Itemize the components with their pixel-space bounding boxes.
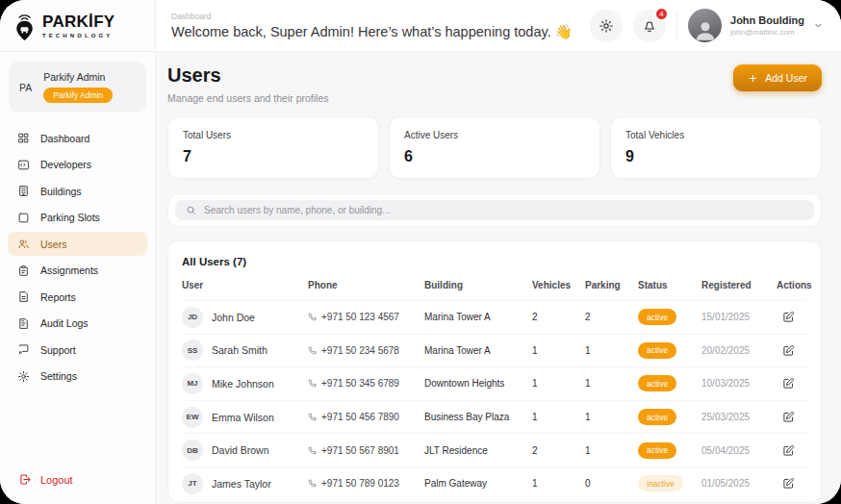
col-vehicles: Vehicles	[532, 280, 585, 290]
table-title: All Users (7)	[182, 256, 807, 267]
notifications-button[interactable]: 4	[633, 10, 666, 42]
nav-label: Audit Logs	[40, 317, 89, 329]
phone-icon	[308, 446, 317, 455]
app-window: PARKİFY TECHNOLOGY PA Parkify Admin Park…	[0, 0, 841, 504]
edit-user-button[interactable]	[782, 311, 795, 323]
admin-profile-card[interactable]: PA Parkify Admin Parkify Admin	[9, 62, 146, 113]
status-badge: inactive	[638, 475, 683, 491]
registered-date: 20/02/2025	[701, 345, 777, 356]
settings-button[interactable]	[590, 10, 623, 42]
col-registered: Registered	[701, 280, 777, 290]
col-actions: Actions	[777, 280, 812, 290]
avatar: JT	[182, 473, 203, 494]
vehicles-count: 2	[532, 445, 585, 456]
sidebar-item-assignments[interactable]: Assignments	[8, 259, 147, 283]
sidebar: PARKİFY TECHNOLOGY PA Parkify Admin Park…	[0, 0, 156, 504]
edit-icon	[782, 344, 795, 357]
page-title: Users	[167, 64, 329, 87]
edit-user-button[interactable]	[782, 411, 795, 423]
sidebar-item-developers[interactable]: Developers	[8, 153, 147, 177]
parking-count: 1	[585, 378, 638, 389]
phone-icon	[308, 413, 317, 421]
dashboard-icon	[17, 132, 30, 144]
sidebar-item-reports[interactable]: Reports	[8, 285, 147, 309]
add-user-label: Add User	[765, 72, 807, 84]
avatar: DB	[182, 440, 203, 461]
nav-label: Settings	[40, 370, 77, 382]
table-row: JD John Doe +971 50 123 4567 Marina Towe…	[182, 300, 807, 334]
report-icon	[17, 290, 30, 303]
user-name: John Doe	[212, 312, 255, 323]
stat-label: Active Users	[404, 130, 585, 140]
registered-date: 25/03/2025	[701, 412, 777, 422]
phone: +971 50 123 4567	[321, 312, 399, 322]
nav-label: Parking Slots	[40, 212, 100, 223]
user-menu[interactable]: John Boulding john@mattinc.com	[688, 9, 824, 42]
stat-card-total-users: Total Users 7	[167, 116, 379, 179]
avatar: JD	[182, 307, 203, 328]
phone-icon	[308, 379, 317, 388]
phone-icon	[308, 479, 317, 488]
stat-label: Total Users	[183, 130, 364, 140]
sidebar-item-dashboard[interactable]: Dashboard	[8, 126, 147, 150]
vehicles-count: 1	[532, 412, 585, 422]
user-name: John Boulding	[730, 14, 804, 26]
add-user-button[interactable]: Add User	[733, 64, 822, 91]
phone-icon	[308, 313, 317, 321]
col-status: Status	[638, 280, 701, 290]
sidebar-item-users[interactable]: Users	[8, 232, 147, 256]
profile-initials: PA	[19, 82, 32, 93]
user-name: Sarah Smith	[212, 344, 268, 356]
person-icon	[693, 17, 718, 42]
avatar: MJ	[182, 373, 203, 394]
brand-logo: PARKİFY TECHNOLOGY	[0, 0, 155, 52]
user-name: David Brown	[212, 444, 269, 456]
logout-icon	[19, 473, 32, 486]
brand-subtitle: TECHNOLOGY	[42, 33, 115, 38]
parking-count: 1	[585, 345, 638, 356]
parking-count: 2	[585, 312, 638, 322]
stat-card-total-vehicles: Total Vehicles 9	[610, 116, 822, 179]
sidebar-nav: Dashboard Developers Buildings Parking S…	[0, 120, 155, 391]
topbar: Dashboard Welcome back, Super Admin! Her…	[156, 0, 841, 52]
nav-label: Reports	[40, 291, 76, 303]
welcome-title: Welcome back, Super Admin! Here’s what’s…	[171, 24, 573, 40]
search-input[interactable]	[204, 205, 803, 215]
user-name: James Taylor	[212, 478, 271, 490]
logout-label: Logout	[40, 474, 73, 486]
edit-user-button[interactable]	[782, 344, 795, 357]
user-name: Emma Wilson	[212, 412, 274, 423]
table-row: EW Emma Wilson +971 50 456 7890 Business…	[182, 400, 807, 434]
avatar: EW	[182, 407, 203, 428]
sidebar-item-audit-logs[interactable]: Audit Logs	[8, 312, 147, 336]
sidebar-item-buildings[interactable]: Buildings	[8, 179, 147, 203]
sidebar-item-settings[interactable]: Settings	[8, 365, 147, 389]
search-icon	[186, 205, 196, 215]
stat-value: 6	[404, 148, 585, 165]
parking-slot-icon	[17, 212, 30, 224]
building: Downtown Heights	[424, 378, 532, 389]
gear-icon	[599, 18, 614, 34]
bell-icon	[642, 18, 657, 34]
users-table-card: All Users (7) User Phone Building Vehicl…	[167, 240, 822, 503]
nav-label: Developers	[40, 159, 91, 170]
edit-user-button[interactable]	[782, 444, 795, 457]
nav-label: Buildings	[40, 186, 82, 197]
phone: +971 50 345 6789	[321, 378, 399, 389]
edit-user-button[interactable]	[782, 477, 795, 490]
sidebar-item-support[interactable]: Support	[8, 338, 147, 362]
phone: +971 50 567 8901	[321, 445, 399, 456]
registered-date: 05/04/2025	[701, 445, 777, 456]
registered-date: 15/01/2025	[701, 312, 777, 322]
sidebar-item-parking-slots[interactable]: Parking Slots	[8, 206, 147, 230]
col-building: Building	[424, 280, 532, 290]
logout-button[interactable]: Logout	[0, 458, 155, 504]
building: Marina Tower A	[424, 312, 532, 322]
building: JLT Residence	[424, 445, 532, 456]
building: Marina Tower A	[424, 345, 532, 356]
notification-count-badge: 4	[654, 7, 669, 21]
parking-count: 0	[585, 478, 638, 489]
role-badge: Parkify Admin	[43, 88, 113, 103]
edit-user-button[interactable]	[782, 377, 795, 390]
user-name: Mike Johnson	[212, 378, 274, 390]
